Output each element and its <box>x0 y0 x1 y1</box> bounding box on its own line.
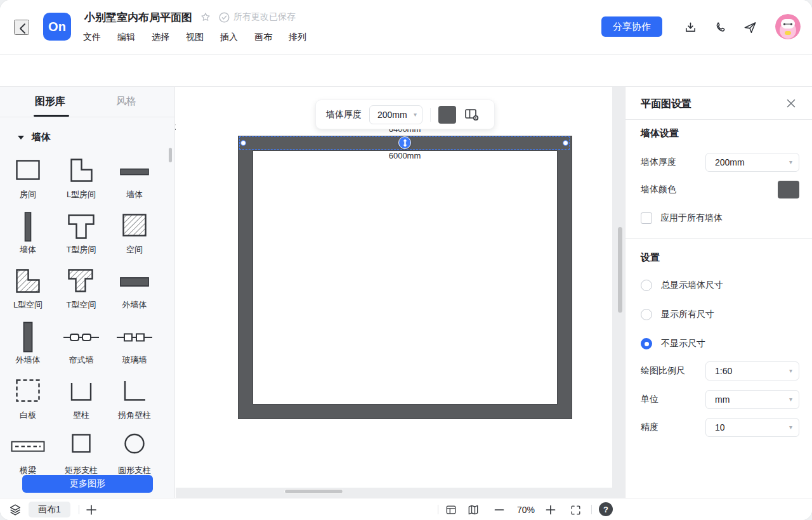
menu-item[interactable]: 编辑 <box>117 32 135 43</box>
radio-option-3[interactable]: 不显示尺寸 <box>641 338 705 349</box>
radio-icon[interactable] <box>641 309 652 320</box>
radio-option-1[interactable]: 总显示墙体尺寸 <box>641 280 723 291</box>
shape-room-rect[interactable]: 房间 <box>1 155 55 211</box>
apply-all-walls-checkbox-row[interactable]: 应用于所有墙体 <box>641 212 723 224</box>
help-button[interactable]: ? <box>599 502 613 516</box>
panel-layout-icon <box>445 504 457 516</box>
shape-pilaster[interactable]: 壁柱 <box>55 376 108 431</box>
sidebar-scrollbar[interactable] <box>169 148 172 162</box>
wall-thickness-value: 200mm <box>377 110 407 120</box>
shape-wall-h[interactable]: 墙体 <box>108 155 161 211</box>
wall-thickness-value: 200mm <box>715 157 745 167</box>
format-toolbar: 微软雅黑 ▾ 13px ▴▾ B I U A ▾ ▾ <box>0 54 812 87</box>
radio-option-2[interactable]: 显示所有尺寸 <box>641 309 714 320</box>
horizontal-scrollbar[interactable] <box>284 489 343 494</box>
divider <box>0 117 174 117</box>
shape-l-room[interactable]: L型房间 <box>55 155 108 211</box>
zoom-out-button[interactable] <box>492 502 507 517</box>
menu-item[interactable]: 选择 <box>152 32 169 43</box>
scale-select[interactable]: 1:60 ▾ <box>705 361 799 380</box>
precision-label: 精度 <box>641 422 658 433</box>
shape-space[interactable]: 空间 <box>108 211 161 266</box>
precision-select[interactable]: 10 ▾ <box>705 418 799 437</box>
canvas-area[interactable]: 6400mm 6000mm 墙体厚度 200mm ▾ <box>176 87 625 498</box>
minimap-button[interactable] <box>466 502 481 517</box>
zoom-level[interactable]: 70% <box>513 505 539 515</box>
more-shapes-button[interactable]: 更多图形 <box>22 475 153 493</box>
saved-check-icon <box>219 12 230 23</box>
wall-thickness-label: 墙体厚度 <box>641 157 676 168</box>
wall-color-swatch[interactable] <box>438 106 456 124</box>
menu-item[interactable]: 视图 <box>186 32 204 43</box>
phone-button[interactable] <box>714 20 729 35</box>
layers-button[interactable] <box>8 502 23 517</box>
zoom-in-button[interactable] <box>543 502 558 517</box>
map-icon <box>467 504 480 516</box>
document-title[interactable]: 小别墅室内布局平面图 <box>84 10 192 25</box>
radio-icon[interactable] <box>641 338 652 349</box>
download-button[interactable] <box>683 20 698 35</box>
shape-curtain-wall[interactable]: 帘式墙 <box>55 321 108 376</box>
app-logo[interactable]: On <box>43 13 71 41</box>
shape-t-room[interactable]: T型房间 <box>55 211 108 266</box>
close-panel-button[interactable] <box>785 98 797 109</box>
menu-item[interactable]: 画布 <box>254 32 272 43</box>
shape-t-space[interactable]: T型空间 <box>55 266 108 321</box>
tab-shape-library[interactable]: 图形库 <box>35 95 65 108</box>
wall-settings-button[interactable] <box>462 105 481 124</box>
avatar[interactable] <box>775 14 801 39</box>
section-header-walls[interactable]: 墙体 <box>18 131 51 143</box>
collapse-triangle-icon[interactable] <box>18 136 24 140</box>
wall-color-swatch[interactable] <box>778 181 799 198</box>
menu-item[interactable]: 文件 <box>83 32 101 43</box>
selection-handle-right[interactable] <box>563 140 568 146</box>
menu-item[interactable]: 排列 <box>289 32 306 43</box>
room-shape[interactable] <box>239 136 572 419</box>
vertical-scrollbar[interactable] <box>618 227 622 313</box>
title-row: 小别墅室内布局平面图 所有更改已保存 <box>84 10 296 25</box>
unit-row: 单位 mm ▾ <box>641 390 799 409</box>
unit-select[interactable]: mm ▾ <box>705 390 799 409</box>
checkbox-icon[interactable] <box>641 212 652 224</box>
curtain-wall-icon <box>56 321 107 354</box>
shape-l-space[interactable]: L型空间 <box>1 266 55 321</box>
shape-glass-wall[interactable]: 玻璃墙 <box>108 321 161 376</box>
shape-label: 白板 <box>20 410 36 421</box>
download-icon <box>683 20 698 35</box>
whiteboard-icon <box>3 376 53 409</box>
add-canvas-button[interactable] <box>84 502 99 517</box>
shape-outer-wall-h[interactable]: 外墙体 <box>108 266 161 321</box>
corner-pilaster-icon <box>109 376 160 409</box>
settings-section-title: 设置 <box>641 252 660 264</box>
wall-context-toolbar: 墙体厚度 200mm ▾ <box>316 100 494 129</box>
chevron-down-icon: ▾ <box>414 112 417 118</box>
app-window: On 小别墅室内布局平面图 所有更改已保存 文件编辑选择视图插入画布排列 分享协… <box>0 0 812 520</box>
shape-label: 墙体 <box>126 189 143 200</box>
t-room-icon <box>56 211 107 244</box>
shape-corner-pilaster[interactable]: 拐角壁柱 <box>108 376 161 431</box>
panel-toggle-button[interactable] <box>443 502 459 517</box>
shape-whiteboard[interactable]: 白板 <box>1 376 55 431</box>
space-icon <box>109 211 160 244</box>
back-button[interactable] <box>14 20 29 35</box>
share-button[interactable]: 分享协作 <box>601 16 662 37</box>
round-column-icon <box>109 431 160 464</box>
wall-thickness-select[interactable]: 200mm ▾ <box>705 153 799 172</box>
selection-handle-left[interactable] <box>240 140 246 146</box>
shape-outer-wall-v[interactable]: 外墙体 <box>1 321 55 376</box>
star-icon[interactable] <box>200 11 211 23</box>
tab-style[interactable]: 风格 <box>116 95 136 108</box>
wall-thickness-select[interactable]: 200mm ▾ <box>369 105 422 124</box>
resize-vertical-handle[interactable] <box>398 136 411 149</box>
precision-value: 10 <box>715 422 725 432</box>
fullscreen-button[interactable] <box>568 502 583 517</box>
wall-h-icon <box>109 155 160 188</box>
radio-icon[interactable] <box>641 280 652 291</box>
l-room-icon <box>56 155 107 188</box>
send-button[interactable] <box>743 20 758 35</box>
share-label: 分享协作 <box>613 21 651 33</box>
canvas-tab[interactable]: 画布1 <box>29 502 70 517</box>
precision-row: 精度 10 ▾ <box>641 418 799 437</box>
menu-item[interactable]: 插入 <box>220 32 238 43</box>
shape-wall-v[interactable]: 墙体 <box>1 211 55 266</box>
